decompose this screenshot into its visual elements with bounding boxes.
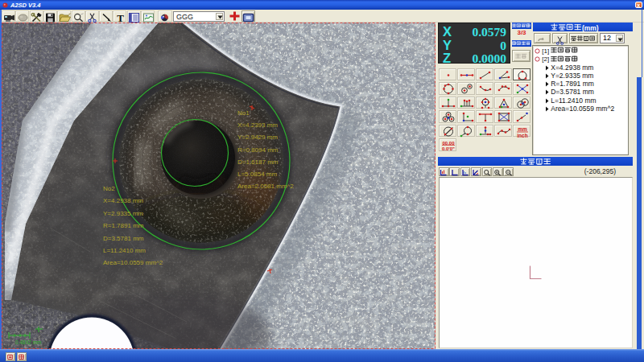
svg-text:D=3.5781 mm: D=3.5781 mm <box>103 235 144 242</box>
svg-text:R=0.8094 mm: R=0.8094 mm <box>237 146 279 154</box>
svg-text:00.00: 00.00 <box>442 141 455 146</box>
svg-text:Area=2.0581 mm^2: Area=2.0581 mm^2 <box>237 183 294 190</box>
svg-text:inch: inch <box>518 132 528 138</box>
svg-text:Y=2.9335 mm: Y=2.9335 mm <box>103 210 143 217</box>
svg-text:No1: No1 <box>237 109 250 117</box>
svg-text:T: T <box>117 13 124 23</box>
svg-text:mm: mm <box>518 126 528 132</box>
svg-text:0: 0 <box>500 39 506 52</box>
svg-text:0.4892 mm: 0.4892 mm <box>15 339 42 345</box>
svg-text:Y=2.9429 mm: Y=2.9429 mm <box>237 134 278 141</box>
svg-text:L=11.2410 mm: L=11.2410 mm <box>103 247 146 254</box>
svg-text:X=4.2938 mm: X=4.2938 mm <box>103 197 143 204</box>
svg-text:R=1.7891 mm: R=1.7891 mm <box>103 222 144 229</box>
svg-text:Z: Z <box>443 51 451 63</box>
svg-text:X=4.2393 mm: X=4.2393 mm <box>237 121 278 129</box>
svg-text:X: X <box>443 24 452 39</box>
svg-text:0.0000: 0.0000 <box>472 51 506 63</box>
svg-text:No2: No2 <box>103 185 115 192</box>
svg-text:D=1.6187 mm: D=1.6187 mm <box>237 158 279 166</box>
svg-text:L=5.0854 mm: L=5.0854 mm <box>237 171 277 178</box>
svg-text:0.0'0": 0.0'0" <box>442 146 455 151</box>
svg-text:0.0579: 0.0579 <box>472 25 506 39</box>
svg-text:Area=10.0559 mm^2: Area=10.0559 mm^2 <box>103 259 163 266</box>
